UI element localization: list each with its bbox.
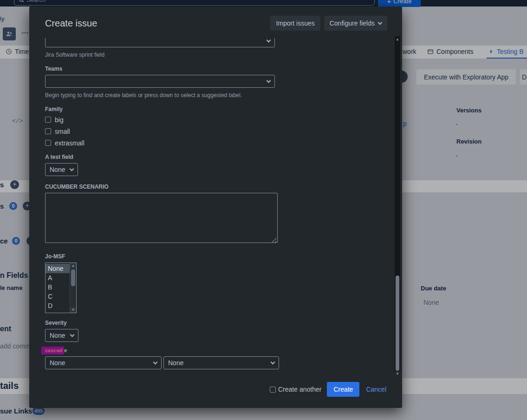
scroll-up-icon[interactable]: ▲ [70,263,76,269]
create-issue-modal: Create issue Import issues Configure fie… [29,7,402,408]
import-issues-button[interactable]: Import issues [270,16,320,31]
chevron-down-icon [153,360,158,364]
checkbox-label: big [55,116,64,124]
family-option-extrasmall[interactable]: extrasmall [45,138,370,147]
listbox-option-d[interactable]: D [46,301,70,310]
checkbox[interactable] [270,387,276,393]
chevron-down-icon [378,20,383,25]
checkbox[interactable] [45,117,51,123]
listbox-scrollbar[interactable]: ▲ ▼ [70,263,76,313]
listbox-option-none[interactable]: None [46,264,70,273]
create-another-checkbox[interactable]: Create another [270,386,321,393]
listbox-option-b[interactable]: B [46,282,70,292]
scroll-down-icon[interactable]: ▼ [70,307,76,313]
cucumber-scenario-field [45,193,278,245]
cucumber-scenario-textarea[interactable] [45,193,278,243]
page: Search + Create ly … Time </> s + s 0 [0,0,527,420]
listbox-option-c[interactable]: C [46,292,70,301]
family-label: Family [45,106,370,112]
sprint-select[interactable] [45,38,275,47]
teams-label: Teams [45,66,370,72]
chevron-down-icon [267,38,271,42]
create-another-label: Create another [278,386,321,393]
scroll-up-icon[interactable]: ▲ [395,36,400,43]
cancel-button[interactable]: Cancel [366,386,386,393]
family-option-small[interactable]: small [45,127,370,136]
test-field-select[interactable]: None [45,163,78,176]
listbox-options: None A B C D [46,263,70,313]
scroll-down-icon[interactable]: ▼ [395,371,400,377]
chevron-down-icon [267,78,271,83]
test-field-label: A test field [45,154,370,160]
scrollbar-thumb[interactable] [396,276,399,371]
sprint-helper-text: Jira Software sprint field [45,52,370,58]
chevron-down-icon [271,360,275,364]
cascade-label: cascade [45,347,370,354]
modal-footer: Create another Create Cancel [29,379,402,408]
modal-body: Jira Software sprint field Teams Begin t… [29,38,402,379]
listbox-option-a[interactable]: A [46,273,70,282]
scrollbar-thumb[interactable] [71,269,75,286]
modal-scrollbar[interactable]: ▲ ▼ [395,36,400,377]
checkbox[interactable] [45,140,51,146]
cascade-field: None None [45,356,370,369]
chevron-down-icon [70,166,74,171]
family-option-big[interactable]: big [45,115,370,124]
checkbox-label: small [55,128,70,135]
cascade-parent-select[interactable]: None [45,356,162,369]
jomsf-listbox[interactable]: None A B C D ▲ ▼ [45,262,77,313]
checkbox-label: extrasmall [55,139,85,147]
create-button[interactable]: Create [327,382,359,397]
severity-select[interactable]: None [45,329,78,342]
modal-header: Create issue Import issues Configure fie… [29,7,402,38]
chevron-down-icon [70,332,75,337]
jomsf-label: Jo-MSF [45,253,370,260]
modal-header-actions: Import issues Configure fields [270,16,387,31]
scrollbar-track[interactable] [70,269,76,307]
cascade-child-select[interactable]: None [163,356,279,369]
cucumber-scenario-label: CUCUMBER SCENARIO [45,184,370,190]
checkbox[interactable] [45,128,51,134]
severity-label: Severity [45,320,370,326]
configure-fields-button[interactable]: Configure fields [324,16,387,31]
labels-helper-text: Begin typing to find and create labels o… [45,92,370,98]
modal-title: Create issue [45,18,97,29]
cascade-label-selected-text: cascad [41,347,64,354]
teams-select[interactable] [45,75,275,88]
